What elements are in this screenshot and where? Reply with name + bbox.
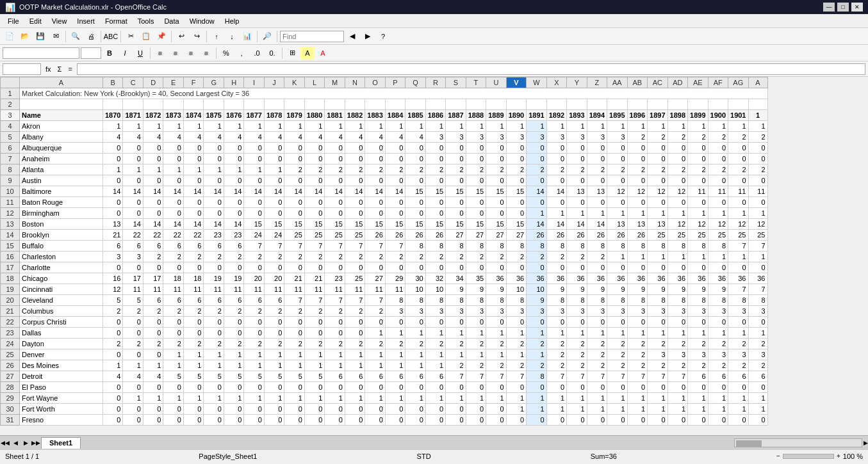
data-cell[interactable]: 2 (385, 252, 405, 262)
data-cell[interactable]: 3 (466, 306, 486, 317)
data-cell[interactable]: 1 (325, 360, 345, 371)
data-cell[interactable]: 0 (264, 404, 284, 415)
row-header[interactable]: 16 (1, 252, 20, 262)
data-cell[interactable]: 2 (244, 306, 264, 317)
data-cell[interactable]: 9 (607, 284, 627, 295)
data-cell[interactable]: 0 (385, 143, 405, 154)
data-cell[interactable]: 3 (587, 306, 607, 317)
data-cell[interactable]: 1 (688, 328, 708, 339)
city-name-cell[interactable]: Atlanta (20, 164, 103, 175)
data-cell[interactable]: 13 (103, 219, 123, 230)
data-cell[interactable]: 8 (486, 295, 506, 306)
data-cell[interactable]: 7 (304, 295, 324, 306)
data-cell[interactable]: 0 (506, 175, 526, 186)
data-cell[interactable]: 0 (708, 415, 728, 426)
data-cell[interactable]: 2 (708, 339, 728, 349)
data-cell[interactable]: 1 (506, 121, 526, 132)
data-cell[interactable]: 0 (527, 143, 546, 154)
data-cell[interactable]: 0 (587, 175, 607, 186)
data-cell[interactable]: 0 (264, 262, 284, 273)
data-cell[interactable]: 15 (466, 186, 486, 197)
data-cell[interactable]: 14 (183, 186, 203, 197)
data-cell[interactable]: 3 (648, 306, 667, 317)
data-cell[interactable]: 0 (284, 404, 304, 415)
email-button[interactable]: ✉ (49, 30, 63, 43)
data-cell[interactable]: 2 (748, 164, 767, 175)
data-cell[interactable]: 1 (224, 349, 243, 360)
data-cell[interactable]: 0 (466, 382, 486, 393)
data-cell[interactable]: 2 (506, 252, 526, 262)
data-cell[interactable]: 7 (304, 241, 324, 252)
data-cell[interactable]: 1 (607, 328, 627, 339)
data-cell[interactable]: 36 (627, 273, 647, 284)
city-name-cell[interactable]: Fort Wayne (20, 393, 103, 404)
data-cell[interactable]: 0 (365, 317, 385, 328)
data-cell[interactable]: 0 (425, 175, 445, 186)
data-cell[interactable]: 2 (627, 339, 647, 349)
data-cell[interactable]: 0 (224, 415, 243, 426)
col-header-N[interactable]: N (345, 77, 364, 88)
data-cell[interactable]: 2 (224, 339, 243, 349)
row-header[interactable]: 12 (1, 208, 20, 219)
data-cell[interactable]: 1 (224, 360, 243, 371)
data-cell[interactable]: 0 (304, 317, 324, 328)
data-cell[interactable]: 0 (264, 175, 284, 186)
data-cell[interactable]: 3 (385, 306, 405, 317)
data-cell[interactable]: 2 (667, 339, 687, 349)
data-cell[interactable]: 0 (607, 143, 627, 154)
data-cell[interactable]: 0 (446, 262, 466, 273)
data-cell[interactable]: 8 (385, 295, 405, 306)
data-cell[interactable]: 6 (103, 241, 123, 252)
data-cell[interactable]: 0 (648, 154, 667, 164)
data-cell[interactable]: 2 (728, 339, 748, 349)
data-cell[interactable]: 0 (385, 404, 405, 415)
data-cell[interactable]: 1 (425, 328, 445, 339)
data-cell[interactable]: 0 (224, 143, 243, 154)
data-cell[interactable]: 0 (224, 404, 243, 415)
data-cell[interactable]: 0 (466, 262, 486, 273)
data-cell[interactable]: 8 (667, 241, 687, 252)
data-cell[interactable]: 7 (748, 241, 767, 252)
data-cell[interactable]: 36 (486, 273, 506, 284)
bold-button[interactable]: B (102, 47, 117, 60)
data-cell[interactable]: 8 (648, 295, 667, 306)
data-cell[interactable]: 1 (486, 393, 506, 404)
data-cell[interactable]: 7 (748, 284, 767, 295)
tab-nav-left[interactable]: ◀◀ (0, 438, 10, 448)
data-cell[interactable]: 0 (405, 208, 425, 219)
data-cell[interactable]: 0 (143, 349, 163, 360)
data-cell[interactable]: 1 (627, 404, 647, 415)
data-cell[interactable]: 11 (183, 284, 203, 295)
find-button[interactable]: 🔎 (260, 30, 274, 43)
data-cell[interactable]: 0 (264, 382, 284, 393)
data-cell[interactable]: 1 (587, 404, 607, 415)
data-cell[interactable]: 11 (345, 284, 364, 295)
data-cell[interactable]: 29 (385, 273, 405, 284)
data-cell[interactable]: 0 (103, 393, 123, 404)
data-cell[interactable]: 5 (204, 371, 224, 382)
data-cell[interactable]: 0 (143, 415, 163, 426)
data-cell[interactable]: 0 (708, 382, 728, 393)
data-cell[interactable]: 8 (627, 295, 647, 306)
data-cell[interactable]: 0 (284, 382, 304, 393)
data-cell[interactable]: 0 (486, 262, 506, 273)
data-cell[interactable]: 0 (748, 415, 767, 426)
data-cell[interactable]: 14 (183, 219, 203, 230)
data-cell[interactable]: 23 (325, 273, 345, 284)
data-cell[interactable]: 2 (304, 252, 324, 262)
data-cell[interactable]: 1 (587, 121, 607, 132)
data-cell[interactable]: 2 (466, 339, 486, 349)
row-header[interactable]: 8 (1, 164, 20, 175)
city-name-cell[interactable]: Dallas (20, 328, 103, 339)
data-cell[interactable]: 14 (345, 186, 364, 197)
data-cell[interactable]: 0 (365, 404, 385, 415)
data-cell[interactable]: 11 (204, 284, 224, 295)
data-cell[interactable]: 8 (446, 241, 466, 252)
data-cell[interactable]: 1 (546, 121, 566, 132)
data-cell[interactable]: 1 (506, 328, 526, 339)
data-cell[interactable]: 1 (304, 360, 324, 371)
data-cell[interactable]: 0 (567, 382, 587, 393)
data-cell[interactable]: 0 (304, 415, 324, 426)
data-cell[interactable]: 14 (224, 186, 243, 197)
data-cell[interactable]: 2 (183, 339, 203, 349)
